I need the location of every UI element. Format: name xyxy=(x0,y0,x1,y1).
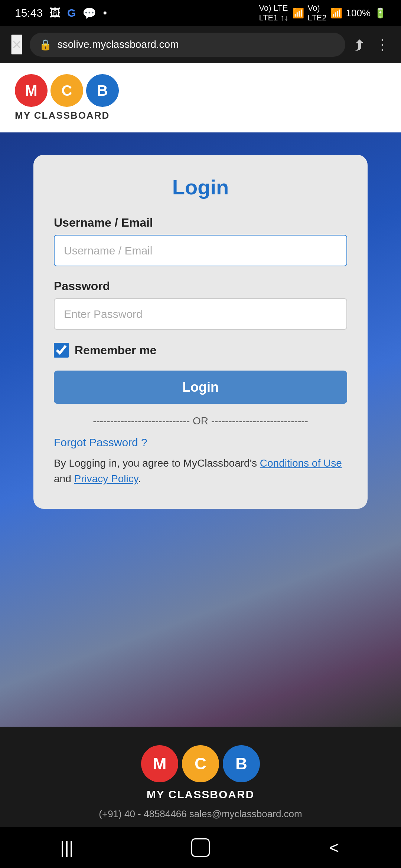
signal-2-icon: 📶 xyxy=(330,7,342,19)
status-left: 15:43 🖼 G 💬 • xyxy=(15,7,107,20)
signal-1-icon: 📶 xyxy=(292,7,304,19)
browser-actions: ⮭ ⋮ xyxy=(353,36,390,53)
network-info-2: Vo)LTE2 xyxy=(308,3,327,23)
footer-brand-name: MY CLASSBOARD xyxy=(147,788,254,801)
url-text: ssolive.myclassboard.com xyxy=(58,39,179,50)
remember-me-checkbox[interactable] xyxy=(54,343,69,358)
more-options-button[interactable]: ⋮ xyxy=(375,36,390,53)
back-icon: < xyxy=(329,838,339,858)
dot-icon: • xyxy=(103,7,107,19)
browser-close-button[interactable]: × xyxy=(11,34,22,55)
logo-b-circle: B xyxy=(86,74,119,107)
conditions-of-use-link[interactable]: Conditions of Use xyxy=(260,457,342,469)
logo-c-circle: C xyxy=(50,74,83,107)
status-time: 15:43 xyxy=(15,7,43,19)
browser-bar: × 🔒 ssolive.myclassboard.com ⮭ ⋮ xyxy=(0,26,401,63)
message-icon: 💬 xyxy=(82,7,96,20)
nav-bar: ||| < xyxy=(0,827,401,868)
site-header: M C B MY CLASSBOARD xyxy=(0,63,401,132)
recent-apps-icon: ||| xyxy=(60,838,74,858)
terms-text: By Logging in, you agree to MyClassboard… xyxy=(54,456,347,487)
logo-container: M C B MY CLASSBOARD xyxy=(15,74,119,121)
battery-level: 100% xyxy=(346,7,371,19)
terms-suffix: . xyxy=(138,473,141,484)
privacy-policy-link[interactable]: Privacy Policy xyxy=(74,473,138,484)
or-divider: ---------------------------- OR --------… xyxy=(54,415,347,427)
forgot-password-link[interactable]: Forgot Password ? xyxy=(54,436,347,449)
terms-prefix: By Logging in, you agree to MyClassboard… xyxy=(54,457,260,469)
footer-logo-circles: M C B xyxy=(141,745,260,782)
logo-m-circle: M xyxy=(15,74,48,107)
username-input[interactable] xyxy=(54,235,347,266)
page-content: M C B MY CLASSBOARD Login Username / Ema… xyxy=(0,63,401,727)
logo-circles: M C B xyxy=(15,74,119,107)
back-button[interactable]: < xyxy=(319,833,349,862)
brand-name: MY CLASSBOARD xyxy=(15,110,110,121)
hero-section: Login Username / Email Password Remember… xyxy=(0,132,401,727)
password-input[interactable] xyxy=(54,298,347,330)
photo-icon: 🖼 xyxy=(49,7,61,19)
network-info: Vo) LTELTE1 ↑↓ xyxy=(259,3,288,23)
remember-me-row: Remember me xyxy=(54,343,347,358)
footer-logo-m: M xyxy=(141,745,178,782)
password-label: Password xyxy=(54,279,347,293)
login-card: Login Username / Email Password Remember… xyxy=(33,155,368,509)
login-title: Login xyxy=(54,175,347,199)
home-button[interactable] xyxy=(186,833,215,862)
footer-contact: (+91) 40 - 48584466 sales@myclassboard.c… xyxy=(99,808,302,820)
username-label: Username / Email xyxy=(54,216,347,230)
remember-me-label: Remember me xyxy=(75,343,157,357)
lock-icon: 🔒 xyxy=(39,39,52,51)
battery-icon: 🔋 xyxy=(374,7,386,19)
footer-logo-c: C xyxy=(182,745,219,782)
share-button[interactable]: ⮭ xyxy=(353,36,368,53)
footer-logo-b: B xyxy=(223,745,260,782)
status-bar: 15:43 🖼 G 💬 • Vo) LTELTE1 ↑↓ 📶 Vo)LTE2 📶… xyxy=(0,0,401,26)
recent-apps-button[interactable]: ||| xyxy=(52,833,82,862)
login-button[interactable]: Login xyxy=(54,371,347,404)
url-bar[interactable]: 🔒 ssolive.myclassboard.com xyxy=(30,33,345,57)
google-icon: G xyxy=(67,7,76,19)
home-icon xyxy=(191,838,210,857)
site-footer: M C B MY CLASSBOARD (+91) 40 - 48584466 … xyxy=(0,727,401,827)
terms-middle: and xyxy=(54,473,74,484)
status-right: Vo) LTELTE1 ↑↓ 📶 Vo)LTE2 📶 100% 🔋 xyxy=(259,3,386,23)
